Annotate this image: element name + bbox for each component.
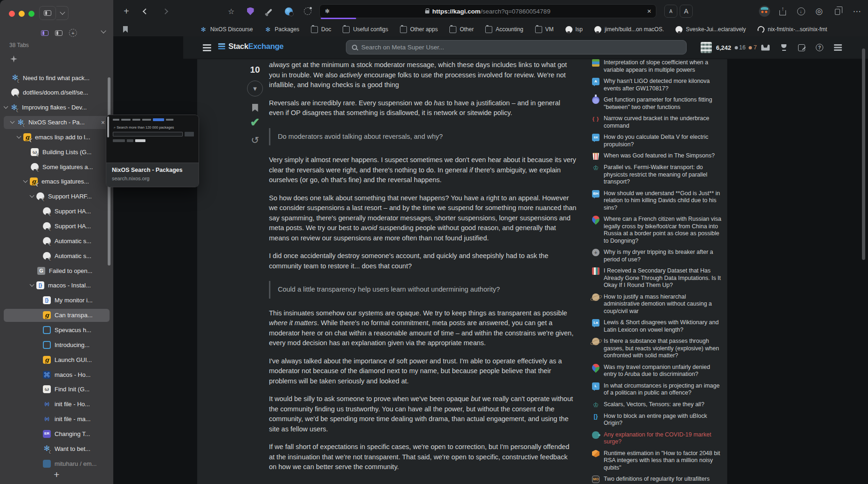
tab-overview-button[interactable]	[831, 0, 845, 22]
bookmark-item[interactable]: Doc	[311, 26, 331, 33]
hot-question-item[interactable]: Any explanation for the COVID-19 market …	[592, 431, 723, 446]
sidebar-tab[interactable]: ⌘macos - Ho...	[4, 368, 110, 381]
hot-question-item[interactable]: Where can a French citizen with Russian …	[592, 216, 723, 245]
hot-question-item[interactable]: ♔Scalars, Vectors, Tensors: are they all…	[592, 401, 723, 409]
extensions-button[interactable]	[301, 0, 315, 22]
downloads-button[interactable]: ↓	[794, 0, 808, 22]
window-tab-icon[interactable]	[55, 30, 62, 36]
bookmark-item[interactable]: ✻Packages	[264, 26, 299, 33]
sidebar-tab[interactable]: Introducing...	[4, 338, 110, 351]
sidebar-tab[interactable]: ☾Automatic s...	[4, 234, 110, 247]
hot-question-item[interactable]: I Received a Secondary Dataset that Has …	[592, 267, 723, 289]
hot-question-item[interactable]: Interpretation of slope coefficient when…	[592, 59, 723, 74]
hot-question-item[interactable]: Get function parameter for functions fit…	[592, 96, 723, 111]
bookmark-item[interactable]: Other apps	[400, 26, 438, 33]
sidebar-tab[interactable]: GFailed to open...	[4, 264, 110, 277]
sidebar-tab[interactable]: ✻☾NixOS Search - Pa...×	[4, 116, 110, 129]
review-icon[interactable]	[798, 44, 805, 51]
chevron-down-icon[interactable]	[30, 282, 34, 287]
bookmark-icon[interactable]	[123, 26, 128, 33]
hot-question-item[interactable]: LaLewis & Short disagrees with Wiktionar…	[592, 319, 723, 334]
focus-mode-button[interactable]: ◎	[812, 0, 826, 22]
sidebar-tab[interactable]: [}My monitor i...	[4, 294, 110, 307]
zoom-window-button[interactable]	[28, 11, 34, 17]
sidebar-tab[interactable]: g☾emacs ligatures...	[4, 175, 110, 188]
sidebar-tab[interactable]: ☾Support HA...	[4, 220, 110, 233]
hot-question-item[interactable]: ♔Parallel vs. Fermi-Walker transport: do…	[592, 164, 723, 186]
site-search-input[interactable]: Search on Meta Super User...	[346, 40, 687, 55]
sidebar-tab[interactable]: ✻☾Need to find what pack...	[4, 71, 110, 84]
new-tab-toolbar-button[interactable]: +	[120, 0, 133, 22]
sidebar-options-button[interactable]	[56, 6, 69, 20]
decrease-text-size-button[interactable]: A	[664, 5, 677, 18]
sidebar-tab[interactable]: ✻☾Want to bet...	[4, 442, 110, 455]
hot-question-item[interactable]: Runtime estimation in "How to factor 204…	[592, 450, 723, 472]
sidebar-tab[interactable]: gCan transpa...	[4, 309, 110, 322]
appearance-brush-button[interactable]	[262, 0, 276, 22]
chevron-down-icon[interactable]	[30, 193, 34, 198]
profile-button[interactable]	[758, 0, 772, 22]
clear-url-button[interactable]: ×	[647, 7, 651, 15]
hot-question-item[interactable]: [}How to block an entire page with uBloc…	[592, 413, 723, 427]
new-window-button[interactable]: +	[69, 29, 77, 37]
sidebar-tab[interactable]: ERChanging T...	[4, 427, 110, 440]
bookmark-answer-button[interactable]	[252, 104, 258, 112]
chevron-down-icon[interactable]	[10, 119, 15, 124]
bookmark-item[interactable]: jimeh/build...on macOS.	[594, 26, 664, 33]
sidebar-tab[interactable]: ωFind Init (G...	[4, 383, 110, 396]
url-bar[interactable]: ✻ https://kagi.com/search?q=07860054789 …	[319, 4, 656, 18]
toggle-sidebar-button[interactable]	[39, 6, 56, 20]
edit-history-icon[interactable]: ↺	[251, 135, 259, 146]
sidebar-tab[interactable]: ω☾Building Lists (G...	[4, 145, 110, 158]
more-menu-button[interactable]: ⋯	[850, 0, 864, 22]
sidebar-tab[interactable]: (e)init file - ma...	[4, 413, 110, 426]
sidebar-tab[interactable]: ☾Support HA...	[4, 205, 110, 218]
hot-question-item[interactable]: +Why is my dryer tripping its breaker af…	[592, 249, 723, 263]
help-icon[interactable]: ?	[816, 44, 823, 51]
hot-question-item[interactable]: Is there a substance that passes through…	[592, 338, 723, 360]
active-window-tab-icon[interactable]	[41, 30, 48, 36]
hot-question-item[interactable]: Was my travel companion unfairly denied …	[592, 364, 723, 378]
stackexchange-logo[interactable]: StackExchange	[218, 42, 283, 51]
hot-question-item[interactable]: MOTwo definitions of regularity for ultr…	[592, 476, 723, 483]
forward-button[interactable]	[158, 0, 172, 22]
inbox-icon[interactable]	[761, 45, 770, 51]
privacy-extension-button[interactable]	[282, 0, 296, 22]
hot-question-item[interactable]: AWhy hasn't LIGO detected more kilonova …	[592, 78, 723, 92]
achievements-trophy-icon[interactable]	[780, 44, 787, 51]
sidebar-tab[interactable]: (e)init file - Ho...	[4, 398, 110, 411]
minimize-window-button[interactable]	[19, 11, 25, 17]
bookmark-item[interactable]: Sveske-Jui...eclaratively	[675, 26, 746, 33]
chevron-down-icon[interactable]	[4, 104, 8, 109]
window-scrollbar[interactable]	[862, 48, 865, 260]
sidebar-tab[interactable]: Spevacus h...	[4, 323, 110, 336]
user-info[interactable]: 6,242 16 7	[701, 36, 757, 59]
favorite-star-button[interactable]: ☆	[224, 0, 238, 22]
bookmark-item[interactable]: VM	[535, 26, 554, 33]
shield-extension-button[interactable]	[243, 0, 257, 22]
site-switcher-icon[interactable]	[834, 44, 842, 46]
hot-question-item[interactable]: { }Narrow curved bracket in the underbra…	[592, 115, 723, 130]
bookmark-item[interactable]: Other	[449, 26, 474, 33]
hamburger-menu-icon[interactable]	[203, 44, 211, 46]
sidebar-tab[interactable]: ☾Automatic s...	[4, 249, 110, 262]
increase-text-size-button[interactable]: A	[680, 5, 693, 18]
back-button[interactable]	[138, 0, 152, 22]
new-tab-button[interactable]: +	[0, 469, 113, 480]
sidebar-tab[interactable]: ☾dotfiles/doom.d/self/se...	[4, 86, 110, 99]
close-window-button[interactable]	[9, 11, 15, 17]
sidebar-tab[interactable]: ✻☾Improving flakes - Dev...	[4, 101, 110, 114]
sidebar-tab[interactable]: ☾Some ligatures a...	[4, 160, 110, 173]
sparkle-icon[interactable]	[10, 55, 17, 62]
hot-question-item[interactable]: How to justify a mass hierarchal adminis…	[592, 293, 723, 315]
sidebar-tab[interactable]: mituharu / em...	[4, 457, 110, 470]
bookmark-item[interactable]: nix-fmt/nix-...sori/nix-fmt	[758, 26, 827, 33]
bookmark-item[interactable]: ✻NixOS Discourse	[200, 26, 253, 33]
user-avatar[interactable]	[701, 42, 712, 53]
chevron-down-icon[interactable]	[101, 28, 106, 33]
bookmark-item[interactable]: lsp	[565, 26, 583, 33]
hot-question-item[interactable]: LIn what circumstances is projecting an …	[592, 382, 723, 397]
bookmark-item[interactable]: Accounting	[485, 26, 523, 33]
downvote-button[interactable]: ▼	[247, 81, 263, 96]
chevron-down-icon[interactable]	[23, 178, 28, 183]
